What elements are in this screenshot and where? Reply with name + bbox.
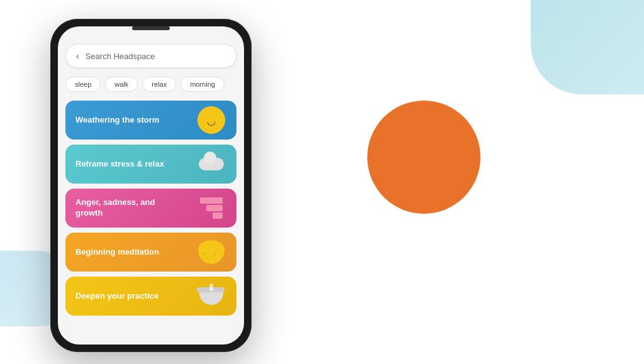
- card-deepen[interactable]: Deepen your practice: [65, 277, 236, 316]
- tag-walk[interactable]: walk: [105, 77, 138, 92]
- search-placeholder: Search Headspace: [86, 52, 226, 61]
- card-beginning[interactable]: Beginning meditation · ·: [65, 233, 236, 272]
- phone-screen: ‹ Search Headspace sleep walk relax morn…: [58, 26, 244, 345]
- phone-mockup: ‹ Search Headspace sleep walk relax morn…: [50, 19, 252, 352]
- back-arrow-icon[interactable]: ‹: [76, 51, 79, 61]
- sun-icon: [197, 106, 225, 134]
- bg-circle-orange: [367, 101, 480, 214]
- tag-relax[interactable]: relax: [142, 77, 176, 92]
- card-beginning-title: Beginning meditation: [75, 247, 159, 258]
- phone-outer: ‹ Search Headspace sleep walk relax morn…: [50, 19, 252, 352]
- face-eyes: · ·: [203, 250, 219, 257]
- bg-blob-teal: [531, 0, 644, 94]
- bowl-body: [199, 292, 223, 305]
- card-reframe-title: Reframe stress & relax: [75, 159, 164, 170]
- cloud-illustration: [192, 148, 230, 180]
- tags-row: sleep walk relax morning: [65, 77, 236, 92]
- tag-sleep[interactable]: sleep: [65, 77, 101, 92]
- card-anger[interactable]: Anger, sadness, and growth: [65, 189, 236, 228]
- card-deepen-title: Deepen your practice: [75, 291, 158, 302]
- steps-illustration: [192, 192, 230, 224]
- card-weathering-title: Weathering the storm: [75, 115, 159, 126]
- steps-icon: [200, 197, 223, 219]
- card-reframe[interactable]: Reframe stress & relax: [65, 145, 236, 184]
- tag-morning[interactable]: morning: [180, 77, 225, 92]
- meditation-illustration: · ·: [192, 236, 230, 268]
- sun-illustration: [192, 104, 230, 136]
- screen-content: ‹ Search Headspace sleep walk relax morn…: [58, 26, 244, 345]
- phone-notch: [132, 26, 170, 30]
- search-bar[interactable]: ‹ Search Headspace: [65, 44, 236, 68]
- card-anger-title: Anger, sadness, and growth: [75, 197, 174, 219]
- meditation-face-icon: · ·: [198, 240, 225, 264]
- bowl-illustration: [192, 280, 230, 312]
- card-weathering[interactable]: Weathering the storm: [65, 101, 236, 140]
- cloud-icon: [199, 158, 224, 170]
